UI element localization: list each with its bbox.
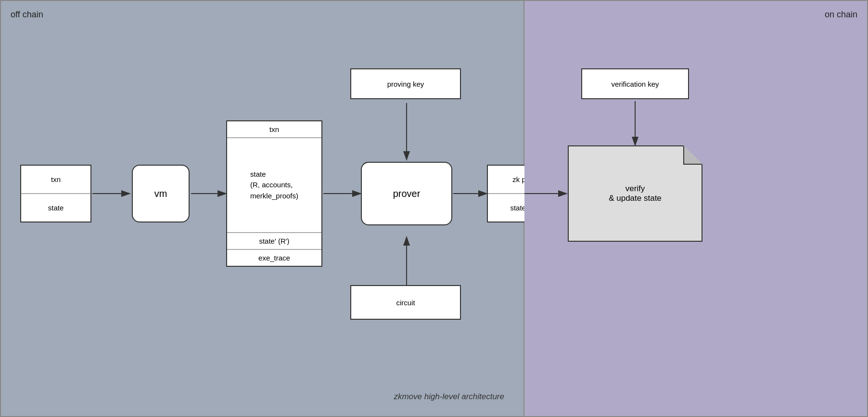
trace-box: txn state(R, accounts,merkle_proofs) sta… <box>226 120 322 267</box>
off-chain-label: off chain <box>11 10 43 20</box>
verify-box-wrapper: verify& update state <box>568 145 702 242</box>
proving-key-box: proving key <box>350 68 461 99</box>
vm-box: vm <box>132 165 190 222</box>
input-state-row: state <box>21 194 90 222</box>
verify-box: verify& update state <box>568 145 702 242</box>
input-stack: txn state <box>20 165 91 222</box>
off-chain-region: off chain txn <box>0 0 524 417</box>
trace-state-row: state(R, accounts,merkle_proofs) <box>227 138 321 233</box>
prover-box: prover <box>361 162 452 225</box>
on-chain-label: on chain <box>825 10 857 20</box>
trace-txn-row: txn <box>227 121 321 138</box>
diagram-container: off chain txn <box>0 0 868 417</box>
circuit-box: circuit <box>350 285 461 320</box>
on-chain-region: on chain verification key verify& update… <box>524 0 868 417</box>
trace-state-prime-row: state' (R') <box>227 233 321 250</box>
arch-label: zkmove high-level architecture <box>394 392 504 402</box>
verification-key-box: verification key <box>581 68 689 99</box>
fold-corner <box>683 145 702 165</box>
trace-exe-row: exe_trace <box>227 250 321 266</box>
input-txn-row: txn <box>21 166 90 194</box>
